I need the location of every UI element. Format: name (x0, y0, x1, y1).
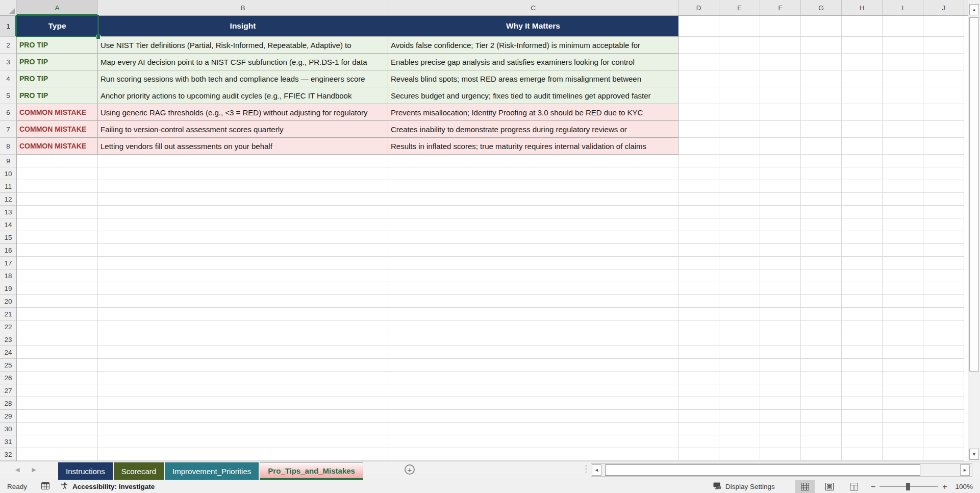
cell-I12[interactable] (883, 193, 923, 206)
cell-C18[interactable] (388, 269, 679, 282)
cell-C29[interactable] (388, 410, 679, 423)
cell-J24[interactable] (923, 346, 964, 359)
cell-E25[interactable] (719, 359, 760, 372)
cell-I16[interactable] (883, 244, 923, 257)
cell-C10[interactable] (388, 167, 679, 180)
cell-G5[interactable] (801, 87, 842, 104)
cell-J6[interactable] (923, 104, 964, 121)
cell-B4[interactable]: Run scoring sessions with both tech and … (98, 70, 388, 87)
cell-E2[interactable] (719, 37, 760, 54)
horizontal-scroll-thumb[interactable] (605, 464, 920, 476)
cell-G14[interactable] (801, 218, 842, 231)
cell-A4[interactable]: PRO TIP (17, 70, 98, 87)
cell-B19[interactable] (98, 282, 388, 295)
column-header-C[interactable]: C (388, 0, 679, 15)
cell-B17[interactable] (98, 257, 388, 269)
cell-D25[interactable] (679, 359, 719, 372)
cell-D10[interactable] (679, 167, 719, 180)
cell-H3[interactable] (842, 54, 883, 70)
cell-B32[interactable] (98, 448, 388, 461)
scroll-up-button[interactable]: ▲ (969, 4, 979, 15)
row-header-9[interactable]: 9 (0, 155, 16, 167)
cell-B28[interactable] (98, 397, 388, 410)
cell-B29[interactable] (98, 410, 388, 423)
cell-H5[interactable] (842, 87, 883, 104)
cell-F20[interactable] (760, 295, 801, 308)
cell-J5[interactable] (923, 87, 964, 104)
cell-A13[interactable] (17, 206, 98, 218)
column-header-I[interactable]: I (883, 0, 923, 15)
cell-H2[interactable] (842, 37, 883, 54)
cell-C30[interactable] (388, 423, 679, 435)
cell-J17[interactable] (923, 257, 964, 269)
cell-I2[interactable] (883, 37, 923, 54)
cell-D28[interactable] (679, 397, 719, 410)
row-header-19[interactable]: 19 (0, 282, 16, 295)
cell-B10[interactable] (98, 167, 388, 180)
cell-C19[interactable] (388, 282, 679, 295)
cell-D19[interactable] (679, 282, 719, 295)
cell-H29[interactable] (842, 410, 883, 423)
cell-J18[interactable] (923, 269, 964, 282)
row-header-10[interactable]: 10 (0, 167, 16, 180)
cell-J3[interactable] (923, 54, 964, 70)
sheet-tab-Pro_Tips_and_Mistakes[interactable]: Pro_Tips_and_Mistakes (260, 462, 363, 480)
row-header-4[interactable]: 4 (0, 70, 16, 87)
cell-D9[interactable] (679, 155, 719, 167)
select-all-button[interactable] (0, 0, 17, 15)
cell-I22[interactable] (883, 321, 923, 333)
cell-B26[interactable] (98, 372, 388, 384)
cell-G1[interactable] (801, 16, 842, 37)
row-header-3[interactable]: 3 (0, 54, 16, 70)
cell-D31[interactable] (679, 435, 719, 448)
cell-A6[interactable]: COMMON MISTAKE (17, 104, 98, 121)
cell-F22[interactable] (760, 321, 801, 333)
cell-A24[interactable] (17, 346, 98, 359)
cell-E30[interactable] (719, 423, 760, 435)
cell-J15[interactable] (923, 231, 964, 244)
cell-I4[interactable] (883, 70, 923, 87)
cell-H11[interactable] (842, 180, 883, 193)
cell-J22[interactable] (923, 321, 964, 333)
cell-J12[interactable] (923, 193, 964, 206)
row-header-17[interactable]: 17 (0, 257, 16, 269)
row-header-22[interactable]: 22 (0, 321, 16, 333)
cell-C14[interactable] (388, 218, 679, 231)
cell-F27[interactable] (760, 384, 801, 397)
cell-C1[interactable]: Why It Matters (388, 16, 679, 37)
cell-H10[interactable] (842, 167, 883, 180)
cell-E29[interactable] (719, 410, 760, 423)
cell-I28[interactable] (883, 397, 923, 410)
tab-nav-right-icon[interactable]: ▶ (32, 466, 48, 473)
cell-I3[interactable] (883, 54, 923, 70)
cell-H9[interactable] (842, 155, 883, 167)
cell-G25[interactable] (801, 359, 842, 372)
cell-E16[interactable] (719, 244, 760, 257)
cell-J31[interactable] (923, 435, 964, 448)
view-page-layout-button[interactable] (820, 480, 839, 493)
row-header-7[interactable]: 7 (0, 121, 16, 138)
cell-J20[interactable] (923, 295, 964, 308)
cell-C4[interactable]: Reveals blind spots; most RED areas emer… (388, 70, 679, 87)
cell-B27[interactable] (98, 384, 388, 397)
cell-F17[interactable] (760, 257, 801, 269)
zoom-slider[interactable] (880, 486, 938, 487)
tab-nav-arrows[interactable]: ◀▶ (15, 466, 48, 473)
cell-F15[interactable] (760, 231, 801, 244)
cell-C31[interactable] (388, 435, 679, 448)
cell-A16[interactable] (17, 244, 98, 257)
cell-B24[interactable] (98, 346, 388, 359)
cell-F12[interactable] (760, 193, 801, 206)
cell-G27[interactable] (801, 384, 842, 397)
cell-D30[interactable] (679, 423, 719, 435)
cell-A25[interactable] (17, 359, 98, 372)
cell-H18[interactable] (842, 269, 883, 282)
cell-H23[interactable] (842, 333, 883, 346)
cell-G12[interactable] (801, 193, 842, 206)
cell-I20[interactable] (883, 295, 923, 308)
column-header-G[interactable]: G (801, 0, 842, 15)
cell-F13[interactable] (760, 206, 801, 218)
cell-F26[interactable] (760, 372, 801, 384)
cell-B11[interactable] (98, 180, 388, 193)
cell-E12[interactable] (719, 193, 760, 206)
